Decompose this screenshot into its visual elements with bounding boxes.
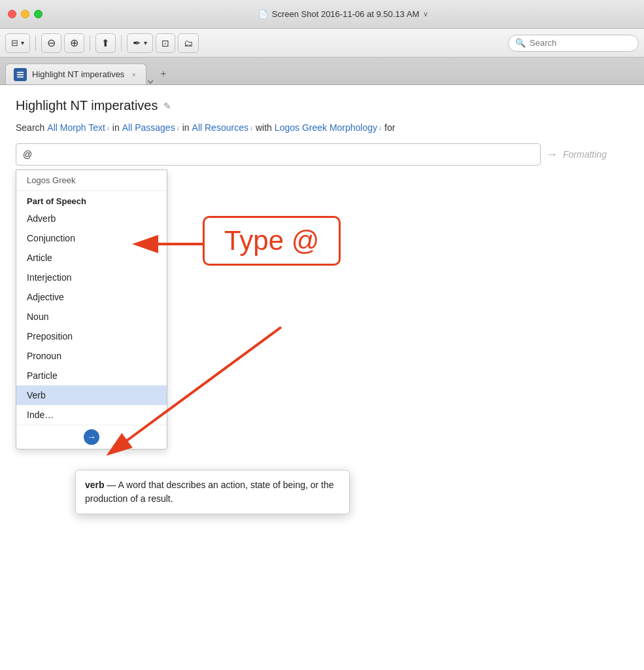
traffic-lights <box>8 10 42 18</box>
dropdown-header: Logos Greek <box>16 170 167 191</box>
with-text: with <box>256 122 272 133</box>
morph-text-link[interactable]: All Morph Text ↓ <box>47 122 109 133</box>
sidebar-chevron-icon: ▾ <box>21 39 24 46</box>
pen-icon: ✒ <box>133 37 141 49</box>
dropdown-section-label: Part of Speech <box>16 191 167 209</box>
resources-link[interactable]: All Resources ↓ <box>192 122 253 133</box>
toolbar-search[interactable]: 🔍 <box>508 35 639 52</box>
svg-rect-1 <box>17 74 24 75</box>
zoom-in-icon: ⊕ <box>70 37 78 49</box>
passages-arrow: ↓ <box>177 124 180 132</box>
search-icon: 🔍 <box>515 38 526 48</box>
tooltip-bold-word: verb <box>85 480 105 490</box>
tab-dropdown-arrow <box>148 75 153 80</box>
zoom-out-icon: ⊖ <box>47 37 56 49</box>
tab-close-button[interactable]: × <box>129 70 137 79</box>
dropdown-item-adjective[interactable]: Adjective <box>16 287 167 307</box>
tab-highlight-nt[interactable]: Highlight NT imperatives × <box>5 63 146 84</box>
dropdown-item-adverb[interactable]: Adverb <box>16 209 167 228</box>
morphology-arrow: ↓ <box>379 124 382 132</box>
minimize-button[interactable] <box>21 10 29 18</box>
title-chevron-icon: ∨ <box>423 10 428 18</box>
dropdown-item-noun[interactable]: Noun <box>16 307 167 326</box>
layout-button[interactable]: ⊡ <box>156 33 175 53</box>
toolbar-divider-3 <box>121 35 122 51</box>
document-icon: 📄 <box>258 10 268 19</box>
tooltip-description: A word that describes an action, state o… <box>85 480 334 504</box>
window-title-text: Screen Shot 2016-11-06 at 9.50.13 AM <box>272 9 420 19</box>
dropdown-item-interjection[interactable]: Interjection <box>16 268 167 287</box>
share-icon: ⬆ <box>101 37 110 49</box>
briefcase-button[interactable]: 🗂 <box>178 33 199 53</box>
tooltip-dash: — <box>107 480 116 490</box>
morph-text-arrow: ↓ <box>107 124 110 132</box>
edit-icon[interactable]: ✎ <box>163 101 171 111</box>
resources-arrow: ↓ <box>250 124 253 132</box>
dropdown-menu: Logos Greek Part of Speech Adverb Conjun… <box>16 169 167 450</box>
dropdown-item-verb[interactable]: Verb <box>16 385 167 405</box>
passages-link[interactable]: All Passages ↓ <box>122 122 180 133</box>
sidebar-toggle-button[interactable]: ⊟ ▾ <box>5 33 30 53</box>
close-button[interactable] <box>8 10 16 18</box>
arrow-right-icon: → <box>546 148 558 162</box>
dropdown-item-indeclinable[interactable]: Inde… <box>16 405 167 425</box>
search-row: → Formatting Logos Greek Part of Speech … <box>16 143 628 166</box>
annotate-button[interactable]: ✒ ▾ <box>127 33 153 53</box>
tab-app-icon <box>14 68 27 81</box>
dropdown-item-pronoun[interactable]: Pronoun <box>16 346 167 366</box>
tooltip-box: verb — A word that describes an action, … <box>75 470 350 514</box>
annotate-chevron-icon: ▾ <box>144 39 147 46</box>
dropdown-item-particle[interactable]: Particle <box>16 366 167 385</box>
dropdown-item-preposition[interactable]: Preposition <box>16 326 167 346</box>
toolbar: ⊟ ▾ ⊖ ⊕ ⬆ ✒ ▾ ⊡ 🗂 🔍 <box>0 29 644 58</box>
morphology-link[interactable]: Logos Greek Morphology ↓ <box>275 122 382 133</box>
zoom-out-button[interactable]: ⊖ <box>41 33 61 53</box>
briefcase-icon: 🗂 <box>184 38 193 48</box>
for-text: for <box>384 122 395 133</box>
morph-text-label: All Morph Text <box>47 122 105 133</box>
dropdown-next-button[interactable]: → <box>84 429 99 445</box>
page-title-text: Highlight NT imperatives <box>16 98 158 113</box>
passages-label: All Passages <box>122 122 175 133</box>
main-content: Highlight NT imperatives ✎ Search All Mo… <box>0 85 644 670</box>
dropdown-item-article[interactable]: Article <box>16 248 167 268</box>
resources-label: All Resources <box>192 122 248 133</box>
toolbar-divider-1 <box>35 35 36 51</box>
type-at-callout: Type @ <box>203 216 341 266</box>
toolbar-divider-2 <box>90 35 90 51</box>
dropdown-footer: → <box>16 425 167 449</box>
svg-rect-2 <box>17 76 24 77</box>
title-bar: 📄 Screen Shot 2016-11-06 at 9.50.13 AM ∨ <box>0 0 644 29</box>
menu-icon <box>16 70 25 79</box>
page-title: Highlight NT imperatives ✎ <box>16 98 628 113</box>
toolbar-search-input[interactable] <box>530 38 632 48</box>
search-input[interactable] <box>16 143 541 166</box>
zoom-in-button[interactable]: ⊕ <box>64 33 84 53</box>
in1-text: in <box>112 122 120 133</box>
search-description: Search All Morph Text ↓ in All Passages … <box>16 122 628 133</box>
morphology-label: Logos Greek Morphology <box>275 122 377 133</box>
dropdown-item-conjunction[interactable]: Conjunction <box>16 228 167 248</box>
tab-bar: Highlight NT imperatives × + <box>0 58 644 85</box>
new-tab-button[interactable]: + <box>156 66 171 82</box>
formatting-placeholder[interactable]: Formatting <box>563 149 628 160</box>
in2-text: in <box>182 122 190 133</box>
window-title: 📄 Screen Shot 2016-11-06 at 9.50.13 AM ∨ <box>50 9 636 19</box>
svg-rect-0 <box>17 71 24 73</box>
maximize-button[interactable] <box>34 10 42 18</box>
layout-icon: ⊡ <box>161 38 169 48</box>
share-button[interactable]: ⬆ <box>95 33 116 53</box>
tab-label: Highlight NT imperatives <box>32 69 124 79</box>
sidebar-icon: ⊟ <box>11 38 18 48</box>
search-prefix: Search <box>16 122 44 133</box>
type-at-label: Type @ <box>224 225 319 256</box>
